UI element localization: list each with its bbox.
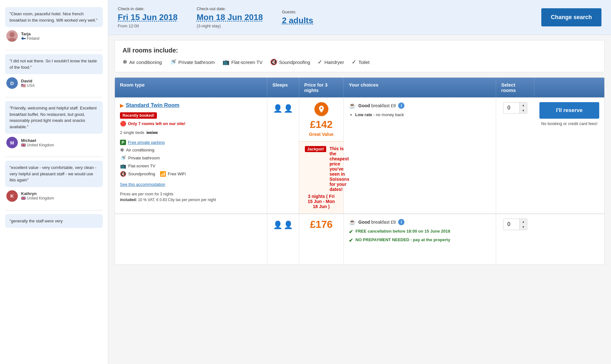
ac-label-room: Air conditioning: [126, 148, 154, 152]
check-icon-cancel: ✔: [349, 229, 353, 235]
amenity-flat-screen-tv: 📺 Flat-screen TV: [222, 59, 263, 66]
no-fees-text: No booking or credit card fees!: [541, 121, 597, 126]
review-text-5: "generally the staff were very: [5, 214, 103, 228]
col-room-type: Room type: [115, 78, 267, 97]
reviewer-info-1: Tarja 🇫🇮 Finland: [21, 32, 39, 41]
change-search-button[interactable]: Change search: [541, 8, 601, 26]
warning-icon: 🔴: [120, 121, 126, 127]
amenity-label-sp: Soundproofing: [279, 60, 310, 65]
amenity-air-conditioning: ❄ Air conditioning: [123, 59, 162, 66]
room-amenity-sound: 🔇 Soundproofing: [120, 171, 155, 177]
check-icon-prepay: ✔: [349, 237, 353, 243]
cancel-text: FREE cancellation before 18:00 on 15 Jun…: [355, 229, 450, 234]
bathroom-label-room: Private bathroom: [128, 156, 160, 160]
review-card-3: "Friendly, welcoming and helpful staff. …: [0, 97, 108, 157]
prepay-text: NO PREPAYMENT NEEDED - pay at the proper…: [355, 237, 450, 242]
review-card-1: "Clean room, peaceful hotel. Nice french…: [0, 3, 108, 50]
info-icon-1[interactable]: i: [398, 102, 404, 109]
sound-icon-room: 🔇: [120, 171, 126, 177]
review-card-5: "generally the staff were very: [0, 210, 108, 235]
jackpot-dates: 3 nights ( Fri 15 Jun - Mon 18 Jun ): [305, 194, 338, 209]
qty-down-1[interactable]: ▼: [520, 108, 527, 113]
person-icon-2a: 👤: [273, 220, 283, 229]
sleeps-cell-1: 👤 👤: [267, 98, 299, 214]
qty-up-2[interactable]: ▲: [520, 219, 527, 224]
room-amenity-bathroom: 🚿 Private bathroom: [120, 155, 262, 161]
tv-label-room: Flat-screen TV: [128, 164, 155, 168]
review-text-4: "excellent value - very comfortable, ver…: [5, 161, 103, 187]
col-sleeps: Sleeps: [267, 78, 299, 97]
bed-icon: 🛏🛏: [146, 129, 158, 136]
qty-input-2[interactable]: [503, 220, 519, 229]
amenity-hairdryer: ✓ Hairdryer: [318, 59, 344, 66]
person-icon-1: 👤: [273, 104, 283, 113]
room-row-2: 👤 👤 £176 ☕ Good breakfast £9 i: [115, 214, 604, 264]
room-table: Room type Sleeps Price for 3 nights Your…: [115, 77, 605, 265]
info-icon-2[interactable]: i: [398, 219, 404, 225]
tv-icon: 📺: [222, 59, 229, 66]
room-row-1: ▶ Standard Twin Room Recently booked! 🔴 …: [115, 97, 604, 214]
person-icon-2b: 👤: [284, 220, 293, 229]
check-icon-toilet: ✓: [352, 59, 356, 66]
checkout-label: Check-out date:: [197, 6, 263, 11]
arrow-icon: ▶: [120, 102, 124, 108]
reviewer-country-1: 🇫🇮 Finland: [21, 36, 39, 41]
jackpot-row: Jackpot! This is the cheapest price you'…: [305, 146, 338, 192]
sound-label-room: Soundproofing: [128, 172, 155, 176]
reserve-button[interactable]: I'll reserve: [539, 102, 599, 119]
wifi-label-room: Free WiFi: [168, 172, 186, 176]
amenity-toilet: ✓ Toilet: [352, 59, 369, 66]
person-icons-2: 👤 👤: [273, 220, 293, 229]
amenity-label-hd: Hairdryer: [324, 60, 344, 65]
amenity-label-tl: Toilet: [358, 60, 369, 65]
reviews-sidebar: "Clean room, peaceful hotel. Nice french…: [0, 0, 108, 364]
reviewer-name-1: Tarja: [21, 32, 39, 36]
room-type-cell-2: [115, 214, 267, 264]
avatar-michael: M: [6, 137, 18, 148]
shower-icon-room: 🚿: [120, 155, 126, 161]
col-empty: [534, 78, 604, 97]
shower-icon: 🚿: [170, 59, 177, 66]
flag-uk-k: 🇬🇧: [21, 196, 26, 200]
qty-arrows-2: ▲ ▼: [519, 219, 527, 230]
search-bar: Check-in date: Fri 15 Jun 2018 From 12:0…: [108, 0, 611, 35]
qty-arrows-1: ▲ ▼: [519, 102, 527, 113]
person-icon-2: 👤: [284, 104, 293, 113]
review-text-1: "Clean room, peaceful hotel. Nice french…: [5, 7, 103, 27]
checkout-field: Check-out date: Mon 18 Jun 2018 (3-night…: [197, 6, 263, 28]
room-amenity-ac: ❄ Air conditioning: [120, 147, 262, 153]
check-icon-hairdryer: ✓: [318, 59, 322, 66]
col-choices: Your choices: [344, 78, 496, 97]
guests-value: 2 adults: [282, 16, 313, 25]
checkout-value: Mon 18 Jun 2018: [197, 12, 263, 22]
choice-breakfast-2: ☕ Good breakfast £9 i: [349, 219, 491, 226]
person-icons-1: 👤 👤: [273, 104, 293, 113]
avatar-tarja: [6, 30, 18, 42]
ac-icon-room: ❄: [120, 147, 124, 153]
reviewer-info-4: Kathryn 🇬🇧 United Kingdom: [21, 191, 54, 200]
price-amount-2: £176: [310, 219, 333, 230]
review-card-4: "excellent value - very comfortable, ver…: [0, 157, 108, 210]
qty-input-1[interactable]: [503, 103, 519, 113]
reviewer-name-3: Michael: [21, 138, 54, 143]
free-parking-link[interactable]: Free private parking: [128, 140, 165, 145]
qty-select-2[interactable]: ▲ ▼: [503, 219, 528, 230]
amenity-soundproofing: 🔇 Soundproofing: [270, 59, 310, 66]
checkin-label: Check-in date:: [118, 6, 178, 11]
see-accommodation-link[interactable]: See this accommodation: [120, 182, 262, 187]
reviewer-country-3: 🇬🇧 United Kingdom: [21, 143, 54, 147]
room-amenity-parking: P Free private parking: [120, 140, 262, 145]
review-text-3: "Friendly, welcoming and helpful staff. …: [5, 101, 103, 134]
qty-select-1[interactable]: ▲ ▼: [503, 102, 528, 114]
coffee-icon-2: ☕: [349, 219, 356, 226]
room-amenity-tv: 📺 Flat-screen TV: [120, 163, 262, 169]
room-name-link-1[interactable]: Standard Twin Room: [126, 102, 179, 108]
reviewer-4: K Kathryn 🇬🇧 United Kingdom: [5, 190, 103, 206]
qty-down-2[interactable]: ▼: [520, 224, 527, 230]
jackpot-banner: Jackpot! This is the cheapest price you'…: [299, 141, 343, 214]
col-select: Select rooms: [496, 78, 534, 97]
room-amenity-wifi: 📶 Free WiFi: [160, 171, 186, 177]
flag-usa: 🇺🇸: [21, 83, 26, 88]
amenity-label-tv: Flat-screen TV: [231, 60, 263, 65]
qty-up-1[interactable]: ▲: [520, 102, 527, 108]
